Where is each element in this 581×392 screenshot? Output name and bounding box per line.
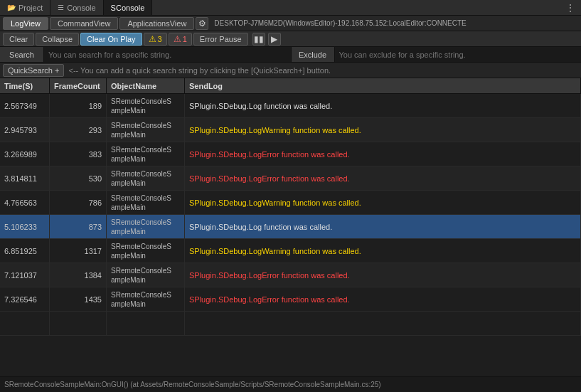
table-header: Time(S) FrameCount ObjectName SendLog <box>0 78 581 94</box>
status-text: SRemoteConsoleSampleMain:OnGUI() (at Ass… <box>4 381 381 388</box>
cell-sendlog: SPlugin.SDebug.LogWarning function was c… <box>185 239 581 263</box>
col-header-object[interactable]: ObjectName <box>107 78 185 93</box>
cell-time: 4.766563 <box>0 191 50 214</box>
table-row[interactable]: 2.945793 293 SRemoteConsoleSampleMain SP… <box>0 118 581 142</box>
cell-time: 5.106233 <box>0 215 50 238</box>
quick-search-hint: <-- You can add a quick search string by… <box>68 66 331 75</box>
table-row[interactable]: 7.121037 1384 SRemoteConsoleSampleMain S… <box>0 263 581 287</box>
cell-frame: 1384 <box>50 263 107 287</box>
quick-search-button[interactable]: QuickSearch + <box>3 64 64 77</box>
cell-time: 6.851925 <box>0 239 50 263</box>
col-header-frame[interactable]: FrameCount <box>50 78 107 93</box>
exclude-input[interactable] <box>335 47 582 62</box>
cell-frame: 189 <box>50 94 107 117</box>
settings-icon[interactable]: ⚙ <box>196 17 208 30</box>
cell-object: SRemoteConsoleSampleMain <box>107 191 185 214</box>
cell-frame: 786 <box>50 191 107 214</box>
tab-project[interactable]: 📂 Project <box>0 0 50 15</box>
action-row: Clear Collapse Clear On Play ⚠ 3 ⚠ 1 Err… <box>0 31 581 47</box>
table-row[interactable]: 6.851925 1317 SRemoteConsoleSampleMain S… <box>0 239 581 263</box>
table-row[interactable]: 5.106233 873 SRemoteConsoleSampleMain SP… <box>0 215 581 239</box>
cell-sendlog: SPlugin.SDebug.LogError function was cal… <box>185 142 581 166</box>
cell-frame: 1435 <box>50 287 107 311</box>
connection-title: DESKTOP-J7M6M2D(WindowsEditor)-192.168.7… <box>210 19 578 27</box>
cell-object: SRemoteConsoleSampleMain <box>107 215 185 238</box>
table-row[interactable]: 7.326546 1435 SRemoteConsoleSampleMain S… <box>0 287 581 312</box>
cell-sendlog: SPlugin.SDebug.LogWarning function was c… <box>185 118 581 142</box>
cell-object: SRemoteConsoleSampleMain <box>107 166 185 190</box>
cell-frame: 873 <box>50 215 107 238</box>
table-row[interactable]: 3.814811 530 SRemoteConsoleSampleMain SP… <box>0 166 581 191</box>
cell-sendlog: SPlugin.SDebug.LogError function was cal… <box>185 263 581 287</box>
view-tab-logview[interactable]: LogView <box>3 17 48 30</box>
table-row[interactable]: 3.266989 383 SRemoteConsoleSampleMain SP… <box>0 142 581 166</box>
cell-object: SRemoteConsoleSampleMain <box>107 239 185 263</box>
clear-on-play-button[interactable]: Clear On Play <box>80 33 142 46</box>
warn-count: 3 <box>158 35 162 43</box>
search-label: Search <box>0 47 44 62</box>
cell-sendlog: SPlugin.SDebug.LogWarning function was c… <box>185 191 581 214</box>
cell-frame: 293 <box>50 118 107 142</box>
col-header-sendlog[interactable]: SendLog <box>185 78 581 93</box>
cell-empty-frame <box>50 312 107 335</box>
view-tab-applicationsview[interactable]: ApplicationsView <box>119 17 194 30</box>
cell-time: 3.814811 <box>0 166 50 190</box>
search-row: Search Exclude <box>0 47 581 63</box>
console-icon: ☰ <box>58 4 64 11</box>
clear-button[interactable]: Clear <box>3 33 34 46</box>
warning-icon: ⚠ <box>149 34 156 44</box>
cell-time: 7.326546 <box>0 287 50 311</box>
pause-icon[interactable]: ▮▮ <box>252 33 265 46</box>
cell-object: SRemoteConsoleSampleMain <box>107 118 185 142</box>
project-icon: 📂 <box>7 4 16 11</box>
cell-time: 7.121037 <box>0 263 50 287</box>
view-tabs-row: LogView CommandView ApplicationsView ⚙ D… <box>0 16 581 31</box>
table-row[interactable]: 4.766563 786 SRemoteConsoleSampleMain SP… <box>0 191 581 215</box>
quick-search-row: QuickSearch + <-- You can add a quick se… <box>0 63 581 78</box>
tab-console[interactable]: ☰ Console <box>50 0 103 15</box>
more-options-icon[interactable]: ⋮ <box>560 2 581 14</box>
warning-badge[interactable]: ⚠ 3 <box>144 33 167 46</box>
cell-object: SRemoteConsoleSampleMain <box>107 142 185 166</box>
tab-bar: 📂 Project ☰ Console SConsole ⋮ <box>0 0 581 16</box>
cell-frame: 383 <box>50 142 107 166</box>
tab-sconsole[interactable]: SConsole <box>104 0 153 15</box>
step-icon[interactable]: ▶ <box>268 33 281 46</box>
cell-sendlog: SPlugin.SDebug.Log function was called. <box>185 94 581 117</box>
search-input[interactable] <box>44 47 291 62</box>
cell-empty-object <box>107 312 185 335</box>
exclude-label: Exclude <box>291 47 335 62</box>
cell-empty-sendlog <box>185 312 581 335</box>
table-body: 2.567349 189 SRemoteConsoleSampleMain SP… <box>0 94 581 345</box>
cell-time: 2.945793 <box>0 118 50 142</box>
cell-time: 3.266989 <box>0 142 50 166</box>
collapse-button[interactable]: Collapse <box>36 33 79 46</box>
cell-object: SRemoteConsoleSampleMain <box>107 263 185 287</box>
cell-frame: 1317 <box>50 239 107 263</box>
cell-sendlog: SPlugin.SDebug.LogError function was cal… <box>185 166 581 190</box>
cell-sendlog: SPlugin.SDebug.Log function was called. <box>185 215 581 238</box>
col-header-time[interactable]: Time(S) <box>0 78 50 93</box>
cell-object: SRemoteConsoleSampleMain <box>107 287 185 311</box>
cell-sendlog: SPlugin.SDebug.LogError function was cal… <box>185 287 581 311</box>
table-row[interactable]: 2.567349 189 SRemoteConsoleSampleMain SP… <box>0 94 581 118</box>
cell-object: SRemoteConsoleSampleMain <box>107 94 185 117</box>
cell-time: 2.567349 <box>0 94 50 117</box>
table-row-empty <box>0 312 581 336</box>
pause-controls: ▮▮ ▶ <box>252 33 281 46</box>
cell-frame: 530 <box>50 166 107 190</box>
error-count: 1 <box>183 35 187 43</box>
error-badge[interactable]: ⚠ 1 <box>169 33 192 46</box>
error-icon: ⚠ <box>174 34 181 44</box>
error-pause-button[interactable]: Error Pause <box>193 33 248 46</box>
status-bar: SRemoteConsoleSampleMain:OnGUI() (at Ass… <box>0 376 581 392</box>
cell-empty-time <box>0 312 50 335</box>
view-tab-commandview[interactable]: CommandView <box>50 17 118 30</box>
